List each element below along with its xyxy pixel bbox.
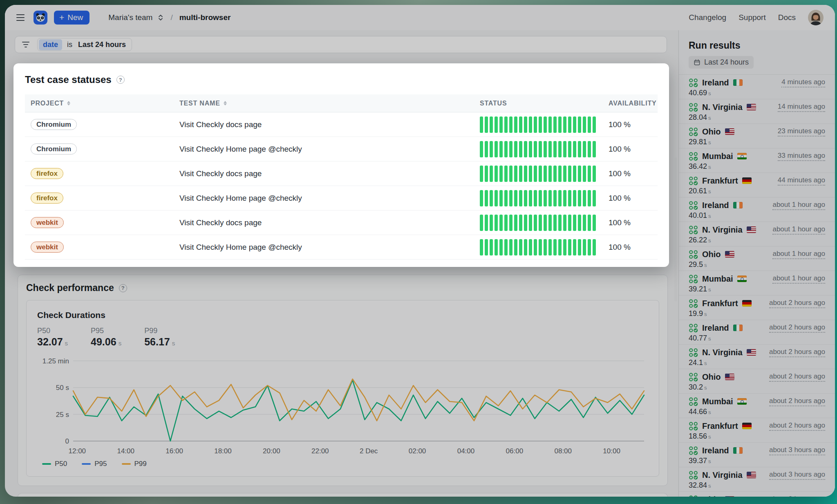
- help-icon[interactable]: [119, 284, 127, 292]
- status-bar-segment: [480, 141, 483, 157]
- run-location: N. Virginia: [702, 470, 743, 480]
- checkly-raccoon-logo[interactable]: [34, 11, 47, 25]
- run-status-icon-wrap: [689, 323, 698, 333]
- run-duration: 39.21s: [689, 285, 825, 293]
- x-tick-label: 16:00: [166, 447, 183, 455]
- availability-cell: 100 %: [605, 243, 658, 252]
- status-bars[interactable]: [480, 141, 605, 157]
- status-bars[interactable]: [480, 116, 605, 133]
- run-time-ago-link[interactable]: about 3 hours ago: [769, 495, 825, 497]
- run-status-icon-wrap: [689, 274, 698, 284]
- run-result-row: Irelandabout 2 hours ago: [689, 323, 825, 333]
- table-row[interactable]: firefoxVisit Checkly docs page100 %: [25, 161, 658, 186]
- run-result-item[interactable]: Mumbaiabout 2 hours ago44.66s: [679, 394, 835, 418]
- run-time-ago-link[interactable]: about 1 hour ago: [772, 274, 825, 284]
- status-bar-segment: [485, 239, 488, 255]
- run-time-ago-link[interactable]: 14 minutes ago: [778, 103, 825, 112]
- legend-item-p50[interactable]: P50: [42, 460, 67, 468]
- new-button[interactable]: + New: [54, 11, 90, 25]
- run-time-ago-link[interactable]: about 2 hours ago: [769, 397, 825, 406]
- status-bars[interactable]: [480, 215, 605, 231]
- filter-value[interactable]: Last 24 hours: [76, 40, 132, 49]
- status-bars[interactable]: [480, 166, 605, 182]
- run-result-item[interactable]: Ohioabout 3 hours ago28.44s: [679, 492, 835, 497]
- status-bars[interactable]: [480, 190, 605, 206]
- series-line-p50: [73, 380, 644, 441]
- run-result-item[interactable]: Ireland4 minutes ago40.69s: [679, 75, 835, 99]
- run-duration-unit: s: [704, 385, 707, 391]
- status-bar-segment: [519, 215, 522, 231]
- status-bar-segment: [558, 116, 562, 133]
- run-time-ago-link[interactable]: about 2 hours ago: [769, 372, 825, 382]
- status-bar-segment: [524, 166, 527, 182]
- column-header-label: AVAILABILITY: [609, 100, 656, 107]
- run-time-ago-link[interactable]: about 2 hours ago: [769, 323, 825, 333]
- status-bars[interactable]: [480, 239, 605, 255]
- run-location: Ohio: [702, 372, 721, 382]
- table-row[interactable]: ChromiumVisit Checkly docs page100 %: [25, 112, 658, 137]
- run-time-ago-link[interactable]: 33 minutes ago: [778, 152, 825, 161]
- column-header-project[interactable]: PROJECT: [25, 100, 176, 107]
- stat-unit: s: [172, 340, 175, 347]
- run-time-ago-link[interactable]: about 1 hour ago: [772, 250, 825, 259]
- run-result-item[interactable]: N. Virginiaabout 3 hours ago32.84s: [679, 467, 835, 492]
- status-bar-segment: [534, 239, 537, 255]
- status-bar-segment: [499, 215, 503, 231]
- check-durations-panel: Check Durations P5032.07sP9549.06sP9956.…: [26, 300, 659, 477]
- run-time-ago-link[interactable]: about 2 hours ago: [769, 348, 825, 357]
- legend-item-p95[interactable]: P95: [82, 460, 107, 468]
- status-bar-segment: [553, 116, 557, 133]
- hamburger-menu-icon[interactable]: [16, 14, 25, 21]
- run-result-row: Mumbaiabout 2 hours ago: [689, 396, 825, 407]
- parallel-runs-status-icon: [689, 470, 698, 480]
- help-icon[interactable]: [116, 76, 125, 84]
- run-result-item[interactable]: N. Virginiaabout 1 hour ago26.22s: [679, 222, 835, 246]
- run-result-item[interactable]: Ohio23 minutes ago29.81s: [679, 124, 835, 148]
- user-avatar[interactable]: [808, 10, 824, 25]
- parallel-runs-status-icon: [689, 323, 698, 333]
- run-result-item[interactable]: Frankfurtabout 2 hours ago19.9s: [679, 296, 835, 320]
- run-location: Ireland: [702, 78, 729, 87]
- run-result-item[interactable]: Mumbaiabout 1 hour ago39.21s: [679, 271, 835, 296]
- column-header-test-name[interactable]: TEST NAME: [176, 100, 477, 107]
- run-result-item[interactable]: Mumbai33 minutes ago36.42s: [679, 148, 835, 173]
- status-bar-segment: [553, 239, 557, 255]
- table-row[interactable]: webkitVisit Checkly docs page100 %: [25, 211, 658, 235]
- run-time-ago-link[interactable]: about 3 hours ago: [769, 446, 825, 455]
- run-time-ago-link[interactable]: about 2 hours ago: [769, 421, 825, 431]
- filter-field[interactable]: date: [39, 39, 62, 50]
- run-time-ago-link[interactable]: 23 minutes ago: [778, 127, 825, 137]
- status-bar-segment: [558, 166, 562, 182]
- run-result-item[interactable]: Frankfurt44 minutes ago20.61s: [679, 173, 835, 197]
- run-time-ago-link[interactable]: 4 minutes ago: [781, 78, 825, 87]
- main-scrollbar-thumb[interactable]: [674, 157, 677, 301]
- run-result-item[interactable]: Irelandabout 1 hour ago40.01s: [679, 197, 835, 222]
- run-time-ago-link[interactable]: 44 minutes ago: [778, 176, 825, 186]
- legend-item-p99[interactable]: P99: [122, 460, 147, 468]
- nav-link-changelog[interactable]: Changelog: [689, 13, 726, 22]
- run-time-ago-link[interactable]: about 1 hour ago: [772, 225, 825, 235]
- run-result-item[interactable]: Frankfurtabout 2 hours ago18.56s: [679, 418, 835, 443]
- run-result-item[interactable]: Ohioabout 1 hour ago29.5s: [679, 246, 835, 271]
- run-time-ago-link[interactable]: about 1 hour ago: [772, 201, 825, 210]
- nav-link-support[interactable]: Support: [739, 13, 766, 22]
- run-result-item[interactable]: N. Virginiaabout 2 hours ago24.1s: [679, 345, 835, 369]
- team-switcher[interactable]: Maria's team: [108, 13, 164, 22]
- table-row[interactable]: webkitVisit Checkly Home page @checkly10…: [25, 235, 658, 260]
- run-result-item[interactable]: Irelandabout 2 hours ago40.77s: [679, 320, 835, 345]
- run-duration-unit: s: [708, 237, 711, 244]
- top-bar: + New Maria's team / multi-browser Chang…: [5, 5, 835, 30]
- run-time-ago-link[interactable]: about 3 hours ago: [769, 470, 825, 480]
- run-time-ago-link[interactable]: about 2 hours ago: [769, 299, 825, 308]
- run-result-item[interactable]: N. Virginia14 minutes ago28.04s: [679, 99, 835, 124]
- run-result-item[interactable]: Irelandabout 3 hours ago39.37s: [679, 443, 835, 467]
- availability-value: 100 %: [609, 194, 631, 202]
- table-row[interactable]: ChromiumVisit Checkly Home page @checkly…: [25, 137, 658, 161]
- run-result-item[interactable]: Ohioabout 2 hours ago30.2s: [679, 369, 835, 394]
- table-row[interactable]: firefoxVisit Checkly Home page @checkly1…: [25, 186, 658, 211]
- date-filter-chip[interactable]: date is Last 24 hours: [37, 38, 132, 51]
- nav-link-docs[interactable]: Docs: [778, 13, 796, 22]
- status-bar-segment: [548, 116, 552, 133]
- project-badge: Chromium: [31, 143, 77, 155]
- run-duration-unit: s: [704, 311, 707, 317]
